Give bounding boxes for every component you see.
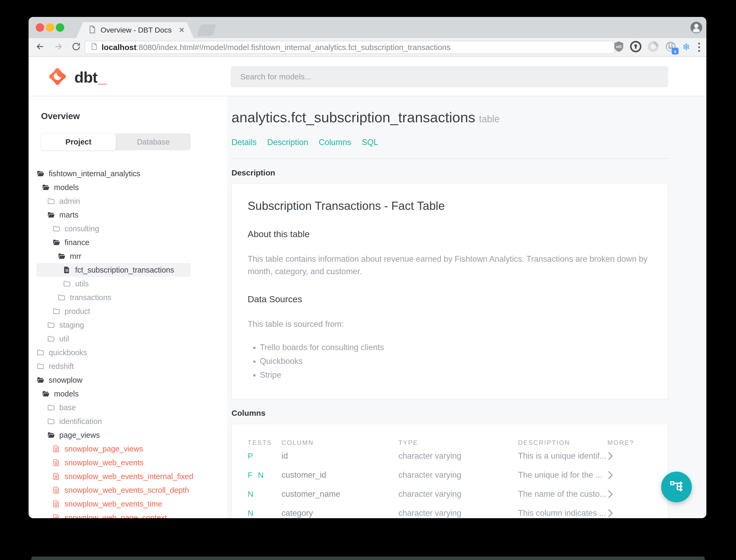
- browser-tab[interactable]: Overview - DBT Docs ✕: [76, 22, 194, 38]
- shield-extension-icon[interactable]: uO: [613, 41, 624, 53]
- tests-badge: N: [248, 490, 282, 499]
- column-header: MORE?: [607, 439, 652, 446]
- model-file-icon: [63, 266, 71, 274]
- tree-item[interactable]: snowplow: [37, 373, 191, 387]
- search-input[interactable]: [231, 66, 668, 87]
- tree-item[interactable]: snowplow_web_events_scroll_depth: [37, 483, 191, 497]
- tree-item[interactable]: mrr: [37, 249, 191, 263]
- columns-table-header: TESTSCOLUMNTYPEDESCRIPTIONMORE?: [248, 439, 652, 446]
- table-row[interactable]: N customer_name character varying The na…: [248, 485, 652, 504]
- svg-text:x: x: [674, 49, 676, 54]
- tab-title: Overview - DBT Docs: [101, 26, 174, 34]
- background-dock-edge: [31, 557, 705, 560]
- tree-item[interactable]: admin: [37, 194, 191, 208]
- chevron-right-icon[interactable]: [607, 509, 652, 518]
- tree-item[interactable]: models: [37, 180, 191, 194]
- tests-badge: P: [248, 451, 282, 460]
- chevron-right-icon[interactable]: [607, 451, 652, 460]
- svg-text:uO: uO: [616, 44, 621, 49]
- dbt-logo[interactable]: dbt_: [46, 65, 106, 89]
- tree-item[interactable]: consulting: [37, 222, 191, 236]
- tree-item[interactable]: snowplow_page_views: [37, 442, 191, 456]
- tree-item[interactable]: snowplow_web_events: [37, 456, 191, 469]
- column-name: customer_name: [282, 489, 398, 499]
- tree-item[interactable]: marts: [37, 208, 191, 222]
- tab-project[interactable]: Project: [41, 133, 116, 150]
- table-row[interactable]: P id character varying This is a unique …: [248, 446, 652, 466]
- page-nav-link[interactable]: Details: [232, 138, 257, 147]
- page-nav-link[interactable]: Description: [267, 138, 308, 147]
- page-nav-link[interactable]: SQL: [362, 138, 378, 147]
- tab-close-icon[interactable]: ✕: [179, 26, 185, 34]
- tree-item[interactable]: snowplow_web_events_time: [37, 497, 191, 511]
- closed-folder-icon: [47, 404, 55, 412]
- logo-text: dbt: [74, 69, 97, 86]
- closed-folder-icon: [37, 349, 44, 356]
- tab-database[interactable]: Database: [116, 133, 191, 150]
- column-name: category: [282, 508, 398, 518]
- table-row[interactable]: F N customer_id character varying The un…: [248, 466, 652, 485]
- page-nav-link[interactable]: Columns: [319, 138, 351, 147]
- address-bar[interactable]: localhost:8080/index.html#!/model/model.…: [85, 41, 615, 54]
- sidebar: Overview Project Database fishtown_inter…: [29, 96, 227, 518]
- doc-heading: Subscription Transactions - Fact Table: [248, 199, 652, 213]
- tree-item[interactable]: redshift: [37, 359, 191, 373]
- columns-card: TESTSCOLUMNTYPEDESCRIPTIONMORE? P id cha…: [232, 424, 668, 518]
- sources-intro: This table is sourced from:: [248, 318, 652, 331]
- tree-item[interactable]: utils: [37, 277, 191, 291]
- site-header: dbt_: [29, 57, 706, 96]
- tree-item[interactable]: util: [37, 332, 191, 346]
- model-file-icon: [52, 459, 60, 467]
- back-icon[interactable]: [35, 42, 45, 52]
- profile-icon[interactable]: [690, 21, 703, 34]
- main-content: analytics.fct_subscription_transactionst…: [227, 96, 706, 518]
- snowflake-extension-icon[interactable]: ❄: [682, 42, 690, 52]
- model-file-icon: [52, 472, 60, 480]
- tree-item[interactable]: product: [37, 304, 191, 318]
- forward-icon[interactable]: [53, 42, 63, 52]
- tree-item[interactable]: staging: [37, 318, 191, 332]
- tree-item[interactable]: snowplow_web_events_internal_fixed: [37, 469, 191, 483]
- table-row[interactable]: N category character varying This column…: [248, 504, 652, 518]
- tree-item[interactable]: identification: [37, 414, 191, 428]
- tree-item[interactable]: base: [37, 401, 191, 414]
- lineage-fab-button[interactable]: [661, 472, 692, 502]
- tree-item[interactable]: fct_subscription_transactions: [37, 263, 191, 277]
- close-window-button[interactable]: [36, 23, 44, 32]
- divider: [232, 158, 668, 159]
- column-description: The unique id for the ...: [518, 470, 607, 480]
- zoom-window-button[interactable]: [56, 23, 64, 32]
- logo-cursor: _: [98, 69, 106, 86]
- chevron-right-icon[interactable]: [607, 490, 652, 499]
- minimize-window-button[interactable]: [46, 23, 54, 32]
- about-text: This table contains information about re…: [248, 253, 652, 278]
- open-folder-icon: [42, 183, 50, 191]
- new-tab-button[interactable]: [197, 24, 216, 36]
- source-item: Quickbooks: [260, 356, 652, 366]
- tree-item[interactable]: page_views: [37, 428, 191, 442]
- open-folder-icon: [37, 170, 44, 178]
- tests-badge: F N: [248, 471, 282, 480]
- browser-menu-icon[interactable]: [696, 43, 702, 52]
- tree-item[interactable]: snowplow_web_page_context: [37, 511, 191, 518]
- closed-folder-icon: [47, 335, 55, 343]
- tree-item[interactable]: models: [37, 387, 191, 401]
- keyhole-extension-icon[interactable]: [630, 41, 642, 53]
- tests-badge: N: [248, 509, 282, 518]
- model-file-icon: [52, 500, 60, 508]
- open-folder-icon: [52, 238, 60, 246]
- sources-heading: Data Sources: [248, 294, 652, 304]
- columns-section-label: Columns: [232, 409, 668, 418]
- column-description: This column indicates ...: [518, 508, 607, 518]
- open-folder-icon: [47, 211, 55, 219]
- reload-icon[interactable]: [71, 42, 81, 52]
- ring-extension-icon[interactable]: [647, 41, 659, 53]
- tree-item[interactable]: quickbooks: [37, 346, 191, 359]
- tree-item[interactable]: transactions: [37, 291, 191, 304]
- tree-item[interactable]: finance: [37, 236, 191, 249]
- chevron-right-icon[interactable]: [607, 471, 652, 480]
- tree-item[interactable]: fishtown_internal_analytics: [37, 167, 191, 180]
- closed-folder-icon: [63, 280, 71, 288]
- url-host: localhost: [102, 43, 137, 52]
- power-x-extension-icon[interactable]: x: [665, 41, 676, 53]
